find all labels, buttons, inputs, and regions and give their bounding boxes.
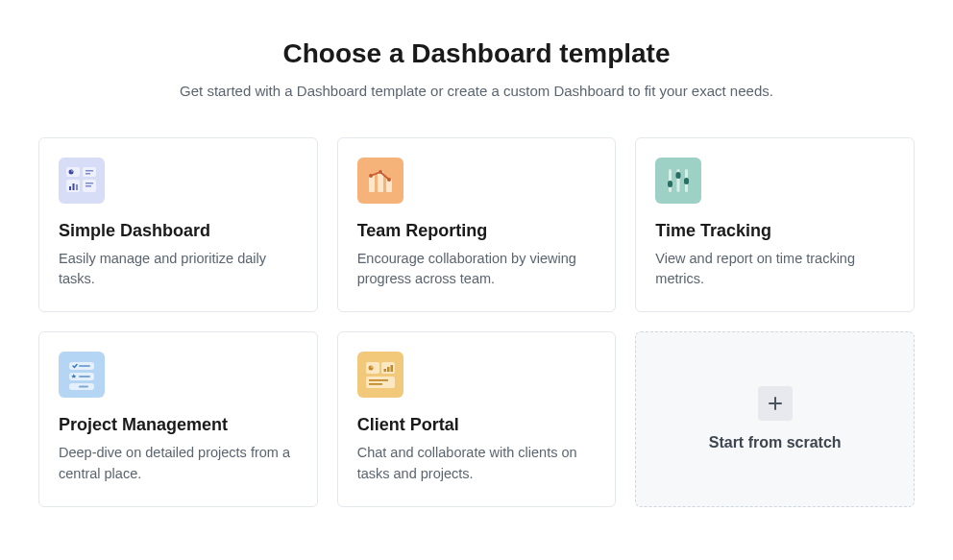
svg-rect-23: [684, 178, 689, 184]
svg-rect-37: [366, 377, 395, 388]
template-description: View and report on time tracking metrics…: [655, 249, 894, 291]
svg-rect-2: [83, 167, 96, 177]
template-card-client-portal[interactable]: Client Portal Chat and collaborate with …: [337, 331, 617, 507]
team-reporting-icon: [357, 158, 403, 204]
svg-rect-30: [79, 386, 88, 388]
template-description: Easily manage and prioritize daily tasks…: [59, 249, 298, 291]
template-title: Client Portal: [357, 415, 597, 435]
time-tracking-icon: [655, 158, 701, 204]
page-title: Choose a Dashboard template: [38, 38, 915, 69]
svg-rect-21: [676, 172, 681, 179]
svg-rect-38: [369, 379, 388, 381]
template-description: Chat and collaborate with clients on tas…: [357, 443, 597, 485]
svg-rect-36: [390, 365, 393, 372]
svg-rect-19: [668, 181, 672, 187]
page-header: Choose a Dashboard template Get started …: [38, 38, 915, 103]
template-title: Time Tracking: [655, 221, 894, 241]
svg-rect-25: [79, 365, 90, 367]
svg-rect-34: [383, 369, 386, 372]
svg-rect-4: [86, 173, 90, 175]
svg-point-17: [387, 178, 391, 182]
template-description: Deep-dive on detailed projects from a ce…: [59, 443, 298, 485]
template-title: Simple Dashboard: [59, 221, 298, 241]
svg-rect-10: [86, 183, 93, 184]
svg-rect-39: [369, 383, 382, 385]
svg-rect-11: [86, 185, 91, 187]
simple-dashboard-icon: [59, 158, 105, 204]
svg-rect-28: [79, 376, 90, 377]
svg-point-15: [369, 174, 373, 178]
start-from-scratch-label: Start from scratch: [709, 434, 842, 451]
svg-rect-3: [86, 170, 93, 172]
client-portal-icon: [357, 352, 403, 398]
template-description: Encourage collaboration by viewing progr…: [357, 249, 597, 291]
template-card-project-management[interactable]: Project Management Deep-dive on detailed…: [38, 331, 318, 507]
template-title: Project Management: [59, 415, 298, 435]
page-subtitle: Get started with a Dashboard template or…: [179, 81, 774, 103]
template-title: Team Reporting: [357, 221, 597, 241]
template-card-team-reporting[interactable]: Team Reporting Encourage collaboration b…: [337, 137, 617, 313]
svg-rect-7: [73, 183, 75, 190]
svg-rect-35: [387, 367, 390, 372]
template-card-simple-dashboard[interactable]: Simple Dashboard Easily manage and prior…: [38, 137, 318, 313]
template-picker-page: Choose a Dashboard template Get started …: [0, 0, 953, 507]
template-grid: Simple Dashboard Easily manage and prior…: [38, 137, 915, 507]
plus-icon: [758, 386, 793, 421]
start-from-scratch-card[interactable]: Start from scratch: [635, 331, 915, 507]
svg-point-16: [379, 170, 382, 174]
svg-rect-8: [76, 184, 78, 190]
svg-rect-6: [69, 186, 71, 190]
project-management-icon: [59, 352, 105, 398]
template-card-time-tracking[interactable]: Time Tracking View and report on time tr…: [635, 137, 915, 313]
